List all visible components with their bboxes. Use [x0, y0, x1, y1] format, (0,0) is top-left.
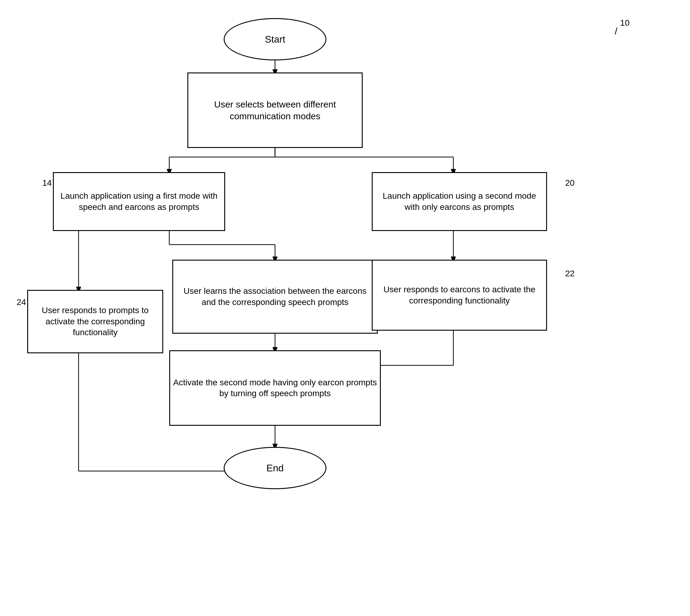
node24-number: 24: [17, 298, 26, 307]
node16-label: User learns the association between the …: [176, 286, 374, 308]
node12-label: User selects between different communica…: [191, 98, 359, 122]
node20-box: Launch application using a second mode w…: [372, 172, 547, 231]
node18-box: Activate the second mode having only ear…: [169, 350, 381, 426]
start-label: Start: [265, 34, 285, 45]
figure-slash: /: [615, 26, 618, 37]
node20-number: 20: [565, 178, 574, 188]
node14-number: 14: [42, 178, 52, 188]
start-node: Start: [224, 18, 327, 60]
node22-box: User responds to earcons to activate the…: [372, 260, 547, 331]
node22-number: 22: [565, 269, 574, 279]
node22-label: User responds to earcons to activate the…: [376, 284, 543, 306]
node18-label: Activate the second mode having only ear…: [173, 377, 377, 399]
node14-box: Launch application using a first mode wi…: [53, 172, 225, 231]
node12-box: User selects between different communica…: [187, 72, 363, 148]
end-label: End: [267, 463, 284, 474]
node16-box: User learns the association between the …: [172, 260, 378, 334]
end-node: End: [224, 447, 327, 489]
node24-label: User responds to prompts to activate the…: [31, 305, 159, 338]
node24-box: User responds to prompts to activate the…: [27, 290, 163, 353]
figure-number: 10: [620, 18, 630, 28]
node14-label: Launch application using a first mode wi…: [57, 191, 221, 213]
node20-label: Launch application using a second mode w…: [376, 191, 543, 213]
